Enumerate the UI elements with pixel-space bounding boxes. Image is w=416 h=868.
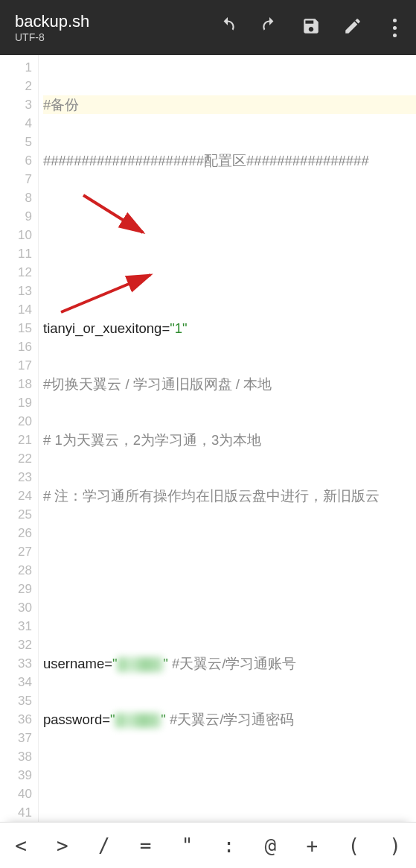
sym-key[interactable]: ": [167, 834, 208, 857]
undo-icon[interactable]: [218, 16, 237, 39]
sym-key[interactable]: ): [374, 834, 416, 857]
sym-key[interactable]: +: [291, 834, 333, 857]
redacted-password: [115, 713, 161, 728]
edit-icon[interactable]: [343, 16, 362, 39]
save-icon[interactable]: [301, 16, 321, 39]
encoding-label: UTF-8: [15, 31, 218, 43]
sym-key[interactable]: (: [333, 834, 374, 857]
toolbar-actions: [218, 16, 404, 39]
line-gutter: 12345678910 11121314151617181920 2122232…: [0, 55, 39, 822]
sym-key[interactable]: <: [0, 834, 42, 857]
redo-icon[interactable]: [260, 16, 279, 39]
sym-key[interactable]: /: [83, 834, 125, 857]
sym-key[interactable]: =: [125, 834, 167, 857]
code-text: #备份: [43, 97, 79, 113]
symbol-bar: < > / = " : @ + ( ): [0, 822, 416, 868]
sym-key[interactable]: @: [249, 834, 291, 857]
toolbar: backup.sh UTF-8: [0, 0, 416, 55]
code-text: tianyi_or_xuexitong: [43, 320, 161, 336]
overflow-menu-icon[interactable]: [385, 18, 404, 37]
sym-key[interactable]: :: [208, 834, 250, 857]
redacted-username: [118, 657, 164, 672]
file-title: backup.sh: [15, 12, 218, 31]
code-content[interactable]: #备份 #####################配置区############…: [39, 55, 416, 822]
sym-key[interactable]: >: [42, 834, 83, 857]
code-text: #####################配置区################: [43, 153, 369, 168]
editor-area[interactable]: 12345678910 11121314151617181920 2122232…: [0, 55, 416, 822]
title-area: backup.sh UTF-8: [15, 12, 218, 43]
